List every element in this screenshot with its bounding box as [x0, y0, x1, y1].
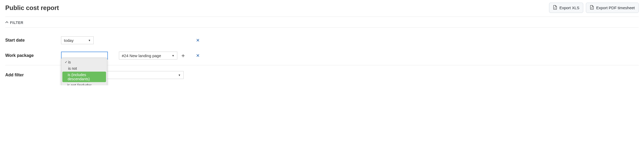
filter-label-work-package: Work package — [5, 53, 61, 58]
file-pdf-icon: PDF — [590, 5, 594, 11]
start-date-row-tail: ✕ — [195, 38, 201, 43]
chevron-up-icon — [5, 21, 8, 25]
operator-option-is[interactable]: ✓ is — [62, 59, 106, 65]
work-package-row-tail: ✕ — [195, 53, 201, 58]
operator-option-is-not-includes-descendants[interactable]: is not (includes descendants) — [62, 82, 106, 85]
caret-down-icon: ▼ — [178, 74, 181, 77]
operator-option-label: is not (includes descendants) — [67, 83, 104, 85]
svg-text:PDF: PDF — [591, 8, 593, 9]
filter-row-work-package: Work package ▼ #24 New landing page ▼ ＋ … — [5, 50, 639, 61]
check-icon: ✓ — [64, 60, 68, 64]
work-package-operator-dropdown: ✓ is is not is (includes descendants) is… — [61, 58, 107, 85]
work-package-value-text: #24 New landing page — [122, 53, 161, 58]
filter-section-label: FILTER — [10, 21, 23, 25]
filter-body: Start date today ▼ ✕ Work package ▼ #24 … — [5, 28, 639, 79]
operator-option-is-includes-descendants[interactable]: is (includes descendants) — [62, 72, 106, 82]
export-pdf-label: Export PDF timesheet — [596, 6, 635, 10]
header-actions: XLS Export XLS PDF Export PDF timesheet — [549, 3, 639, 13]
export-pdf-button[interactable]: PDF Export PDF timesheet — [586, 3, 639, 13]
remove-filter-start-date[interactable]: ✕ — [195, 38, 201, 43]
page-header: Public cost report XLS Export XLS PDF Ex… — [5, 3, 639, 17]
file-xls-icon: XLS — [553, 5, 557, 11]
export-xls-button[interactable]: XLS Export XLS — [549, 3, 583, 13]
svg-text:XLS: XLS — [554, 8, 556, 9]
operator-option-label: is not — [68, 66, 77, 71]
work-package-value-select[interactable]: #24 New landing page ▼ — [119, 52, 177, 59]
operator-option-label: is — [68, 60, 71, 64]
add-value-button[interactable]: ＋ — [180, 52, 186, 59]
operator-option-is-not[interactable]: is not — [62, 65, 106, 72]
filter-row-start-date: Start date today ▼ ✕ — [5, 34, 639, 46]
filter-section-toggle[interactable]: FILTER — [5, 17, 639, 28]
export-xls-label: Export XLS — [559, 6, 579, 10]
page-title: Public cost report — [5, 4, 59, 12]
add-filter-label: Add filter — [5, 73, 61, 77]
remove-filter-work-package[interactable]: ✕ — [195, 53, 201, 58]
filter-label-start-date: Start date — [5, 38, 61, 43]
start-date-operator-select[interactable]: today ▼ — [61, 36, 94, 44]
caret-down-icon: ▼ — [88, 39, 91, 42]
caret-down-icon: ▼ — [172, 54, 174, 57]
operator-option-label: is (includes descendants) — [68, 73, 104, 81]
start-date-operator-value: today — [64, 38, 74, 43]
